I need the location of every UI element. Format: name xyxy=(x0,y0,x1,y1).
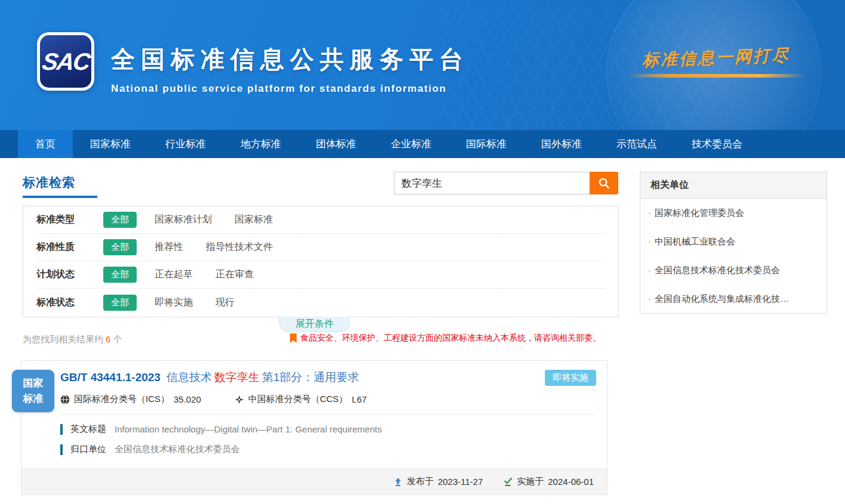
page: SAC 全国标准信息公共服务平台 National public service… xyxy=(0,0,845,504)
filter-label: 标准状态 xyxy=(36,296,103,309)
category-badge-line1: 国家 xyxy=(23,376,44,391)
search-input[interactable] xyxy=(394,172,590,194)
results-count: 6 xyxy=(106,334,110,344)
nav-item-industry-standards[interactable]: 行业标准 xyxy=(148,130,223,158)
sidebar-item-label[interactable]: 国家标准化管理委员会 xyxy=(655,208,744,218)
dept-label: 归口单位 xyxy=(70,444,106,455)
ccs-item: 中国标准分类号（CCS） L67 xyxy=(235,394,367,405)
status-badge: 即将实施 xyxy=(545,370,596,386)
filter-all-badge[interactable]: 全部 xyxy=(103,239,137,255)
filter-all-badge[interactable]: 全部 xyxy=(103,212,137,228)
filter-all-badge[interactable]: 全部 xyxy=(103,267,137,283)
sidebar-item-label[interactable]: 全国信息技术标准化技术委员会 xyxy=(655,265,780,275)
filter-label: 计划状态 xyxy=(36,268,103,281)
results-summary-suffix: 个 xyxy=(113,334,122,344)
standard-title-link[interactable]: GB/T 43441.1-2023信息技术数字孪生第1部分：通用要求 xyxy=(60,370,359,385)
sidebar-item-machinery-federation[interactable]: ·中国机械工业联合会 xyxy=(640,227,827,256)
nav-item-home[interactable]: 首页 xyxy=(18,130,73,158)
category-badge-line2: 标准 xyxy=(23,391,44,407)
search-icon xyxy=(597,177,610,190)
ccs-label: 中国标准分类号（CCS） xyxy=(248,394,348,405)
globe-icon xyxy=(60,395,70,404)
results-summary-prefix: 为您找到相关结果约 xyxy=(23,334,103,344)
main-nav: 首页 国家标准 行业标准 地方标准 团体标准 企业标准 国际标准 国外标准 示范… xyxy=(0,130,845,158)
filter-option[interactable]: 国家标准 xyxy=(235,214,273,226)
search-button[interactable] xyxy=(590,172,618,194)
attr-marker-bar xyxy=(60,444,63,455)
filter-panel: 标准类型 全部 国家标准计划 国家标准 标准性质 全部 推荐性 指导性技术文件 … xyxy=(23,206,619,317)
filter-option[interactable]: 指导性技术文件 xyxy=(206,241,273,253)
result-title-row: GB/T 43441.1-2023信息技术数字孪生第1部分：通用要求 即将实施 xyxy=(60,370,596,386)
publish-label: 发布于 xyxy=(407,476,434,487)
sidebar-item-label[interactable]: 全国自动化系统与集成标准化技… xyxy=(655,293,789,304)
page-title-underline xyxy=(23,196,97,198)
expand-conditions-button[interactable]: 展开条件 xyxy=(279,317,350,332)
filter-option[interactable]: 现行 xyxy=(215,296,235,309)
header-banner: SAC 全国标准信息公共服务平台 National public service… xyxy=(0,0,845,130)
nav-item-enterprise-standards[interactable]: 企业标准 xyxy=(374,130,449,158)
sidebar-item-label[interactable]: 中国机械工业联合会 xyxy=(655,236,735,246)
nav-item-foreign-standards[interactable]: 国外标准 xyxy=(524,130,599,158)
bullet: · xyxy=(648,265,651,275)
result-card-footer: 发布于 2023-11-27 实施于 2024-06-01 xyxy=(21,468,607,494)
classification-row: 国际标准分类号（ICS） 35.020 中国标准分类号（CCS） L67 xyxy=(60,394,596,415)
publish-date-item: 发布于 2023-11-27 xyxy=(393,476,483,487)
sac-logo: SAC xyxy=(37,32,94,91)
bookmark-icon xyxy=(289,333,297,344)
dept-value: 全国信息技术标准化技术委员会 xyxy=(115,444,240,455)
slogan-text: 标准信息一网打尽 xyxy=(642,44,790,72)
publish-icon xyxy=(393,477,403,487)
standard-title-highlight[interactable]: 数字孪生 xyxy=(214,371,260,384)
standard-title-part1[interactable]: 信息技术 xyxy=(166,371,212,384)
nav-item-pilot[interactable]: 示范试点 xyxy=(599,130,674,158)
filter-label: 标准性质 xyxy=(36,241,103,253)
filter-row-standard-status: 标准状态 全部 即将实施 现行 xyxy=(36,289,605,316)
nav-item-local-standards[interactable]: 地方标准 xyxy=(223,130,298,158)
sac-logo-text: SAC xyxy=(41,48,91,75)
nav-item-technical-committee[interactable]: 技术委员会 xyxy=(674,130,760,158)
implement-label: 实施于 xyxy=(517,476,544,487)
english-title-value: Information technology—Digital twin—Part… xyxy=(115,424,382,434)
attr-marker-bar xyxy=(60,424,63,435)
category-badge[interactable]: 国家 标准 xyxy=(12,370,54,412)
filter-option[interactable]: 正在起草 xyxy=(155,268,193,281)
nav-item-international-standards[interactable]: 国际标准 xyxy=(449,130,524,158)
result-card: 国家 标准 GB/T 43441.1-2023信息技术数字孪生第1部分：通用要求… xyxy=(21,360,607,495)
search-box xyxy=(394,172,618,194)
nav-item-group-standards[interactable]: 团体标准 xyxy=(298,130,374,158)
related-units-title: 相关单位 xyxy=(640,172,827,199)
filter-option[interactable]: 即将实施 xyxy=(155,296,193,309)
filter-option[interactable]: 推荐性 xyxy=(155,241,183,253)
nav-item-national-standards[interactable]: 国家标准 xyxy=(73,130,148,158)
sidebar-item-automation-committee[interactable]: ·全国自动化系统与集成标准化技… xyxy=(640,285,827,313)
result-card-body: GB/T 43441.1-2023信息技术数字孪生第1部分：通用要求 即将实施 … xyxy=(21,361,607,455)
filter-row-standard-nature: 标准性质 全部 推荐性 指导性技术文件 xyxy=(36,234,605,261)
filter-option[interactable]: 国家标准计划 xyxy=(155,214,212,226)
check-icon xyxy=(503,477,513,487)
sidebar-item-sac[interactable]: ·国家标准化管理委员会 xyxy=(640,199,827,227)
implement-date: 2024-06-01 xyxy=(548,477,594,487)
filter-option[interactable]: 正在审查 xyxy=(215,268,254,281)
ccs-value: L67 xyxy=(352,394,367,404)
sidebar-item-it-standardization-committee[interactable]: ·全国信息技术标准化技术委员会 xyxy=(640,256,827,285)
bullet: · xyxy=(648,293,651,304)
implement-date-item: 实施于 2024-06-01 xyxy=(503,476,594,487)
ics-item: 国际标准分类号（ICS） 35.020 xyxy=(60,394,201,405)
english-title-row: 英文标题 Information technology—Digital twin… xyxy=(60,423,596,435)
sac-logo-inner: SAC xyxy=(40,35,91,88)
slogan-block: 标准信息一网打尽 xyxy=(627,47,806,78)
notice-text: 食品安全、环境保护、工程建设方面的国家标准未纳入本系统，请咨询相关部委。 xyxy=(300,333,601,344)
filter-row-standard-type: 标准类型 全部 国家标准计划 国家标准 xyxy=(36,206,605,234)
publish-date: 2023-11-27 xyxy=(438,477,483,487)
filter-all-badge[interactable]: 全部 xyxy=(103,295,137,311)
standard-title-part2[interactable]: 第1部分：通用要求 xyxy=(262,371,359,384)
english-title-label: 英文标题 xyxy=(70,423,106,435)
standard-code[interactable]: GB/T 43441.1-2023 xyxy=(60,371,161,384)
site-subtitle: National public service platform for sta… xyxy=(111,83,469,95)
ics-value: 35.020 xyxy=(174,394,201,404)
page-title: 标准检索 xyxy=(23,174,75,191)
site-title-block: 全国标准信息公共服务平台 National public service pla… xyxy=(111,43,469,95)
system-notice: 食品安全、环境保护、工程建设方面的国家标准未纳入本系统，请咨询相关部委。 xyxy=(289,333,606,344)
compass-icon xyxy=(235,395,244,404)
slogan-underline xyxy=(627,74,806,78)
